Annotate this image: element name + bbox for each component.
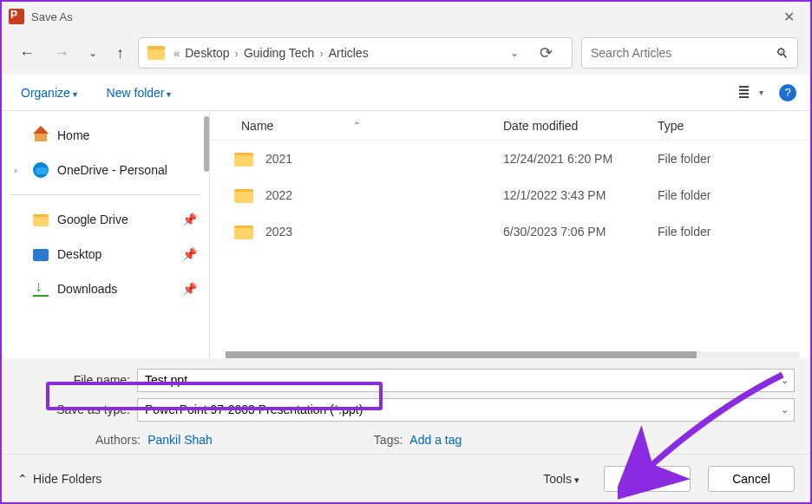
desktop-icon: [33, 249, 49, 261]
tags-label: Tags:: [374, 433, 403, 447]
authors-value[interactable]: Pankil Shah: [147, 433, 213, 447]
sidebar-label: Google Drive: [57, 213, 128, 226]
column-date[interactable]: Date modified: [503, 119, 658, 133]
view-options-icon[interactable]: ≣: [737, 83, 750, 102]
toolbar: Organize New folder .toolbar .tbtn:nth-o…: [2, 75, 810, 111]
breadcrumb-overflow[interactable]: «: [174, 47, 180, 60]
sidebar-item-gdrive[interactable]: Google Drive 📌: [7, 202, 204, 237]
sidebar-item-desktop[interactable]: Desktop 📌: [7, 237, 204, 272]
chevron-right-icon[interactable]: ›: [235, 47, 239, 60]
pin-icon[interactable]: 📌: [182, 247, 197, 261]
chevron-down-icon[interactable]: ⌄: [781, 375, 789, 386]
window-title: Save As: [31, 10, 73, 23]
folder-icon: [33, 214, 49, 226]
sidebar-label: Downloads: [57, 282, 117, 296]
recent-dropdown-icon[interactable]: ⌄: [83, 43, 102, 62]
filename-input[interactable]: Test.ppt ⌄: [137, 369, 795, 392]
search-box[interactable]: 🔍︎: [581, 37, 798, 69]
file-date: 12/24/2021 6:20 PM: [503, 152, 658, 166]
sidebar-scrollbar[interactable]: [204, 116, 209, 172]
nav-row: ← → ⌄ ↑ « Desktop › Guiding Tech › Artic…: [2, 31, 810, 75]
filetype-label: Save as type:: [17, 403, 137, 416]
chevron-down-icon[interactable]: ⌄: [505, 47, 524, 59]
pin-icon[interactable]: 📌: [182, 282, 197, 296]
folder-icon: [234, 189, 253, 203]
sidebar-item-onedrive[interactable]: › OneDrive - Personal: [7, 153, 204, 187]
column-type[interactable]: Type: [658, 119, 810, 133]
filetype-dropdown[interactable]: PowerPoint 97-2003 Presentation (*.ppt) …: [137, 398, 795, 422]
save-button[interactable]: Save: [604, 466, 691, 492]
scroll-thumb[interactable]: [226, 351, 697, 358]
folder-icon: [234, 153, 253, 167]
sort-icon[interactable]: ⌃: [353, 121, 360, 130]
filename-label: File name:: [17, 373, 137, 387]
forward-icon[interactable]: →: [49, 41, 75, 66]
breadcrumb-desktop[interactable]: Desktop: [185, 46, 229, 60]
filename-value: Test.ppt: [145, 373, 187, 387]
powerpoint-icon: [9, 9, 24, 24]
file-name: 2021: [265, 152, 503, 166]
tags-value[interactable]: Add a tag: [409, 433, 462, 447]
file-date: 6/30/2023 7:06 PM: [503, 225, 658, 239]
download-icon: [33, 281, 49, 297]
authors-label: Authors:: [95, 433, 141, 447]
breadcrumb-articles[interactable]: Articles: [329, 46, 369, 60]
sidebar: Home › OneDrive - Personal Google Drive …: [2, 111, 210, 358]
sidebar-label: Home: [57, 128, 89, 142]
back-icon[interactable]: ←: [14, 41, 40, 66]
footer: ⌃ Hide Folders Tools Save Cancel: [2, 454, 810, 502]
home-icon: [33, 128, 49, 143]
breadcrumb[interactable]: « Desktop › Guiding Tech › Articles ⌄ ⟳: [138, 37, 573, 69]
expand-icon[interactable]: ›: [14, 165, 24, 175]
h-scrollbar[interactable]: [226, 351, 800, 358]
divider: [10, 194, 200, 195]
search-input[interactable]: [591, 46, 776, 60]
folder-icon: [234, 226, 253, 239]
file-name: 2022: [265, 188, 503, 202]
file-list: Name ⌃ Date modified Type 2021 12/24/202…: [210, 111, 810, 358]
titlebar: Save As ✕: [2, 2, 810, 31]
sidebar-item-home[interactable]: Home: [7, 118, 204, 153]
chevron-right-icon[interactable]: ›: [319, 47, 323, 60]
search-icon[interactable]: 🔍︎: [776, 46, 789, 61]
column-name[interactable]: Name ⌃: [234, 119, 503, 133]
column-label: Name: [241, 119, 273, 133]
file-name: 2023: [265, 225, 503, 239]
filetype-value: PowerPoint 97-2003 Presentation (*.ppt): [145, 403, 363, 416]
onedrive-icon: [33, 162, 49, 178]
organize-menu[interactable]: Organize: [16, 82, 82, 103]
sidebar-item-downloads[interactable]: Downloads 📌: [7, 272, 204, 306]
tools-menu[interactable]: Tools: [536, 468, 586, 489]
close-icon[interactable]: ✕: [775, 5, 803, 29]
table-row[interactable]: 2023 6/30/2023 7:06 PM File folder: [210, 213, 810, 250]
chevron-down-icon[interactable]: ⌄: [781, 404, 789, 416]
sidebar-label: OneDrive - Personal: [57, 163, 167, 177]
file-type: File folder: [658, 225, 710, 239]
column-headers: Name ⌃ Date modified Type: [210, 111, 810, 141]
file-date: 12/1/2022 3:43 PM: [503, 188, 658, 202]
hide-folders-label: Hide Folders: [33, 472, 102, 486]
sidebar-label: Desktop: [57, 247, 102, 261]
pin-icon[interactable]: 📌: [182, 213, 197, 226]
save-panel: File name: Test.ppt ⌄ Save as type: Powe…: [2, 358, 810, 454]
file-type: File folder: [658, 188, 710, 202]
folder-icon: [147, 46, 165, 60]
new-folder-button[interactable]: New folder: [102, 82, 177, 103]
breadcrumb-guidingtech[interactable]: Guiding Tech: [244, 46, 314, 60]
help-icon[interactable]: ?: [779, 84, 796, 101]
table-row[interactable]: 2022 12/1/2022 3:43 PM File folder: [210, 177, 810, 213]
file-type: File folder: [658, 152, 710, 166]
view-dropdown-icon[interactable]: ▾: [759, 88, 763, 97]
hide-folders-button[interactable]: ⌃ Hide Folders: [17, 472, 102, 486]
chevron-up-icon: ⌃: [17, 472, 28, 486]
up-icon[interactable]: ↑: [111, 41, 129, 66]
cancel-button[interactable]: Cancel: [708, 466, 795, 492]
refresh-icon[interactable]: ⟳: [529, 43, 563, 62]
table-row[interactable]: 2021 12/24/2021 6:20 PM File folder: [210, 141, 810, 177]
